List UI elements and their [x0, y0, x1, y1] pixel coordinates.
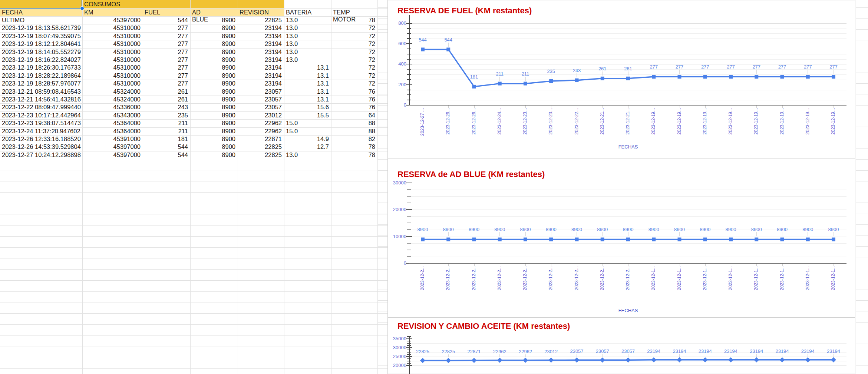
cell-adblue[interactable]: 8900 — [191, 103, 235, 111]
cell-fuel[interactable]: 211 — [144, 127, 188, 135]
col-header-bateria[interactable]: BATERIA — [286, 9, 311, 16]
cell-adblue[interactable]: 8900 — [191, 127, 235, 135]
cell-temp-motor[interactable]: 64 — [332, 111, 375, 119]
cell-adblue[interactable]: 8900 — [191, 151, 235, 159]
cell-adblue[interactable]: 8900 — [191, 88, 235, 96]
cell-km[interactable]: 45397000 — [83, 151, 141, 159]
cell-temp-motor[interactable]: 76 — [332, 88, 375, 96]
cell-bateria[interactable]: 13.0 — [286, 56, 329, 64]
cell-km[interactable]: 45310000 — [83, 80, 141, 87]
cell-temp-motor[interactable]: 88 — [332, 119, 375, 127]
cell-km[interactable]: 45364000 — [83, 127, 141, 135]
cell-temp-motor[interactable]: 76 — [332, 103, 375, 111]
cell-fuel[interactable]: 277 — [144, 72, 188, 80]
cell-fuel[interactable]: 277 — [144, 32, 188, 40]
cell-temp-motor[interactable]: 78 — [332, 151, 375, 159]
cell-km[interactable]: 45397000 — [83, 16, 141, 24]
cell-revision[interactable]: 23194 — [239, 72, 282, 80]
cell-revision[interactable]: 22825 — [239, 151, 282, 159]
cell-fecha[interactable]: 2023-12-21 08:59:08.416543 — [2, 88, 81, 96]
cell-fecha[interactable]: 2023-12-27 10:24:12.298898 — [2, 151, 81, 159]
cell-temp-motor[interactable]: 82 — [332, 135, 375, 143]
group-header-consumos[interactable]: CONSUMOS — [84, 1, 120, 8]
cell-fuel[interactable]: 277 — [144, 48, 188, 56]
cell-fecha[interactable]: 2023-12-22 08:09:47.999440 — [2, 103, 81, 111]
cell-fecha[interactable]: 2023-12-24 11:37:20.947602 — [2, 127, 81, 135]
cell-fuel[interactable]: 243 — [144, 103, 188, 111]
cell-bateria[interactable]: 13.0 — [286, 40, 329, 48]
cell-fuel[interactable]: 181 — [144, 135, 188, 143]
cell-temp-motor[interactable]: 72 — [332, 40, 375, 48]
cell-km[interactable]: 45310000 — [83, 72, 141, 80]
cell-adblue[interactable]: 8900 — [191, 56, 235, 64]
col-header-fecha[interactable]: FECHA — [2, 9, 23, 16]
cell-km[interactable]: 45324000 — [83, 96, 141, 103]
cell-km[interactable]: 45364000 — [83, 119, 141, 127]
cell-fecha[interactable]: 2023-12-19 18:14:05.552279 — [2, 48, 81, 56]
cell-km[interactable]: 45310000 — [83, 56, 141, 64]
cell-bateria[interactable]: 15.0 — [286, 127, 329, 135]
cell-fecha[interactable]: 2023-12-23 10:17:12.442964 — [2, 111, 81, 119]
cell-fecha[interactable]: 2023-12-19 18:12:12.804641 — [2, 40, 81, 48]
cell-adblue[interactable]: 8900 — [191, 48, 235, 56]
cell-km[interactable]: 45391000 — [83, 135, 141, 143]
cell-km[interactable]: 45343000 — [83, 111, 141, 119]
cell-temp-motor[interactable]: 72 — [332, 56, 375, 64]
col-header-km[interactable]: KM — [84, 9, 93, 16]
cell-revision[interactable]: 23057 — [239, 88, 282, 96]
cell-bateria[interactable]: 15.0 — [286, 119, 329, 127]
cell-km[interactable]: 45310000 — [83, 32, 141, 40]
cell-revision[interactable]: 22825 — [239, 143, 282, 151]
cell-fuel[interactable]: 277 — [144, 56, 188, 64]
cell-bateria[interactable]: 15.6 — [286, 103, 329, 111]
cell-revision[interactable]: 22871 — [239, 135, 282, 143]
cell-km[interactable]: 45336000 — [83, 103, 141, 111]
cell-fecha[interactable]: 2023-12-19 18:28:57.976077 — [2, 80, 81, 87]
cell-revision[interactable]: 22962 — [239, 127, 282, 135]
cell-revision[interactable]: 22825 — [239, 16, 282, 24]
cell-adblue[interactable]: 8900 — [191, 96, 235, 103]
cell-fuel[interactable]: 277 — [144, 64, 188, 71]
cell-temp-motor[interactable]: 72 — [332, 24, 375, 32]
cell-adblue[interactable]: 8900 — [191, 111, 235, 119]
cell-km[interactable]: 45310000 — [83, 40, 141, 48]
cell-fuel[interactable]: 261 — [144, 96, 188, 103]
cell-adblue[interactable]: 8900 — [191, 80, 235, 87]
cell-revision[interactable]: 23194 — [239, 24, 282, 32]
cell-bateria[interactable]: 14.9 — [286, 135, 329, 143]
cell-revision[interactable]: 23194 — [239, 64, 282, 71]
cell-temp-motor[interactable]: 72 — [332, 32, 375, 40]
cell-fecha[interactable]: 2023-12-26 12:33:16.188520 — [2, 135, 81, 143]
cell-km[interactable]: 45310000 — [83, 24, 141, 32]
cell-temp-motor[interactable]: 72 — [332, 72, 375, 80]
cell-fecha[interactable]: ULTIMO — [2, 16, 81, 24]
cell-bateria[interactable]: 13,1 — [286, 64, 329, 71]
selection-handle[interactable] — [80, 6, 84, 10]
cell-bateria[interactable]: 13.1 — [286, 72, 329, 80]
cell-temp-motor[interactable]: 78 — [332, 143, 375, 151]
col-header-fuel[interactable]: FUEL — [145, 9, 160, 16]
cell-km[interactable]: 45397000 — [83, 143, 141, 151]
cell-bateria[interactable]: 13.1 — [286, 88, 329, 96]
cell-fecha[interactable]: 2023-12-21 14:56:41.432816 — [2, 96, 81, 103]
cell-adblue[interactable]: 8900 — [191, 119, 235, 127]
cell-adblue[interactable]: 8900 — [191, 32, 235, 40]
cell-revision[interactable]: 23012 — [239, 111, 282, 119]
cell-revision[interactable]: 23057 — [239, 96, 282, 103]
cell-bateria[interactable]: 13.0 — [286, 32, 329, 40]
cell-adblue[interactable]: 8900 — [191, 24, 235, 32]
cell-revision[interactable]: 23194 — [239, 48, 282, 56]
cell-adblue[interactable]: 8900 — [191, 72, 235, 80]
cell-temp-motor[interactable]: 72 — [332, 48, 375, 56]
cell-fuel[interactable]: 277 — [144, 24, 188, 32]
cell-revision[interactable]: 23194 — [239, 56, 282, 64]
cell-fecha[interactable]: 2023-12-23 19:38:07.514473 — [2, 119, 81, 127]
cell-temp-motor[interactable]: 76 — [332, 96, 375, 103]
cell-bateria[interactable]: 12.7 — [286, 143, 329, 151]
cell-km[interactable]: 45310000 — [83, 48, 141, 56]
cell-fuel[interactable]: 211 — [144, 119, 188, 127]
cell-adblue[interactable]: 8900 — [191, 40, 235, 48]
cell-bateria[interactable]: 13.0 — [286, 24, 329, 32]
cell-fecha[interactable]: 2023-12-19 18:26:30.176733 — [2, 64, 81, 71]
cell-revision[interactable]: 23194 — [239, 80, 282, 87]
